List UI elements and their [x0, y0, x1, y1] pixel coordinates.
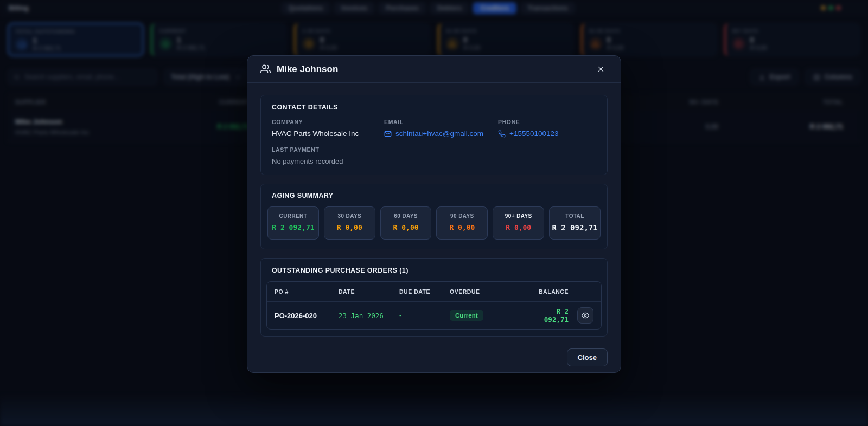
po-due-date: - [399, 312, 450, 319]
aging-box-60-days: 60 DAYS R 0,00 [380, 206, 432, 240]
aging-summary-section: AGING SUMMARY CURRENT R 2 092,71 30 DAYS… [260, 184, 608, 249]
close-icon[interactable] [593, 62, 608, 76]
contact-details-section: CONTACT DETAILS COMPANY HVAC Parts Whole… [260, 95, 608, 175]
purchase-orders-section: OUTSTANDING PURCHASE ORDERS (1) PO # DAT… [260, 258, 608, 337]
po-date: 23 Jan 2026 [339, 312, 399, 320]
last-payment-field: LAST PAYMENT No payments recorded [272, 146, 596, 165]
company-field: COMPANY HVAC Parts Wholesale Inc [272, 119, 384, 138]
section-title: AGING SUMMARY [272, 192, 601, 199]
email-field: EMAIL schintau+hvac@gmail.com [384, 119, 498, 138]
users-icon [260, 64, 271, 74]
aging-box-90-plus-days: 90+ DAYS R 0,00 [493, 206, 544, 240]
aging-box-current: CURRENT R 2 092,71 [267, 206, 319, 240]
column-due-date: DUE DATE [399, 288, 450, 295]
aging-box-30-days: 30 DAYS R 0,00 [324, 206, 375, 240]
view-po-button[interactable] [577, 307, 593, 324]
modal-footer: Close [247, 337, 621, 378]
po-table-row[interactable]: PO-2026-020 23 Jan 2026 - Current R 2 09… [267, 302, 601, 329]
eye-icon [582, 312, 589, 319]
close-button[interactable]: Close [567, 348, 608, 366]
column-date: DATE [339, 288, 399, 295]
phone-icon [498, 130, 506, 138]
last-payment-value: No payments recorded [272, 157, 596, 165]
mail-icon [384, 130, 392, 138]
status-badge: Current [450, 310, 483, 321]
email-link[interactable]: schintau+hvac@gmail.com [384, 130, 498, 138]
aging-box-total: TOTAL R 2 092,71 [549, 206, 601, 240]
po-table-header: PO # DATE DUE DATE OVERDUE BALANCE [267, 282, 601, 302]
po-balance: R 2 092,71 [531, 307, 569, 324]
column-balance: BALANCE [531, 288, 569, 295]
company-value: HVAC Parts Wholesale Inc [272, 130, 384, 138]
section-title: CONTACT DETAILS [272, 104, 596, 111]
phone-link[interactable]: +15550100123 [498, 130, 596, 138]
aging-box-90-days: 90 DAYS R 0,00 [436, 206, 488, 240]
purchase-orders-table: PO # DATE DUE DATE OVERDUE BALANCE PO-20… [266, 281, 602, 330]
column-overdue: OVERDUE [450, 288, 531, 295]
section-title: OUTSTANDING PURCHASE ORDERS (1) [272, 267, 602, 274]
po-number: PO-2026-020 [275, 312, 339, 320]
supplier-detail-modal: Mike Johnson CONTACT DETAILS COMPANY HVA… [247, 55, 621, 373]
phone-field: PHONE +15550100123 [498, 119, 596, 138]
modal-title: Mike Johnson [277, 64, 338, 75]
column-po-number: PO # [275, 288, 339, 295]
modal-header: Mike Johnson [247, 56, 621, 83]
